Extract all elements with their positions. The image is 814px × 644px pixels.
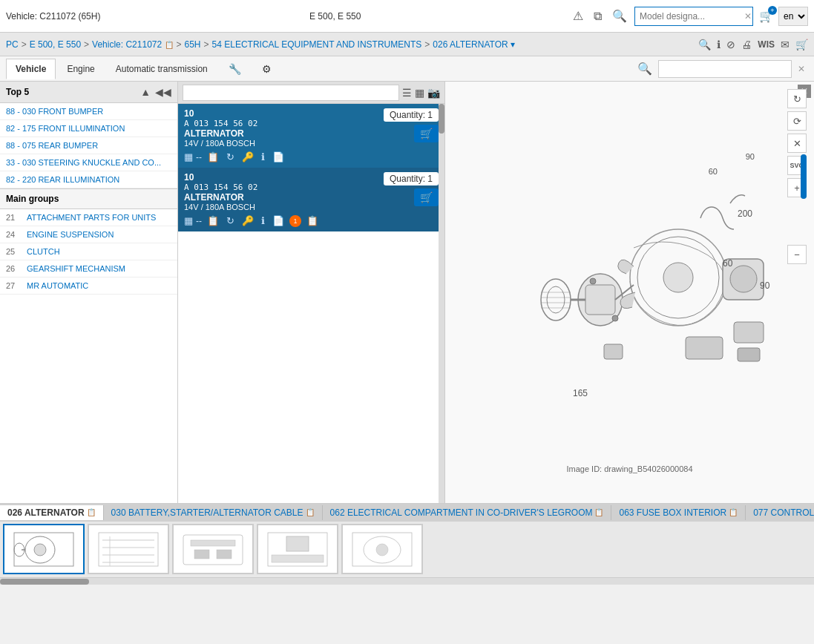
top5-item-5[interactable]: 82 - 220 REAR ILLUMINATION [0, 171, 177, 188]
top5-item-1[interactable]: 88 - 030 FRONT BUMPER [0, 103, 177, 120]
part-row-2[interactable]: 10 A 013 154 56 02 ALTERNATOR 14V / 180A… [178, 168, 444, 231]
filter-btn[interactable]: ⊘ [726, 39, 735, 50]
top-bar: Vehicle: C211072 (65H) E 500, E 550 ⚠ ⧉ … [0, 0, 814, 33]
bottom-tab-4[interactable]: 063 FUSE BOX INTERIOR 📋 [611, 505, 746, 520]
parts-search-input[interactable] [183, 85, 399, 101]
main-groups-header: Main groups [0, 188, 177, 209]
thumb-2-svg [95, 529, 162, 570]
cart-button[interactable]: 🛒 + [759, 9, 774, 23]
part-1-refresh-btn[interactable]: ↻ [224, 151, 237, 163]
part-1-doc-btn[interactable]: 📄 [270, 151, 286, 163]
parts-list-toolbar: ☰ ▦ 📷 [178, 82, 444, 104]
tab-icon1[interactable]: 🔧 [219, 58, 251, 80]
bottom-scrollbar[interactable] [0, 577, 814, 585]
group-item-21[interactable]: 21 ATTACHMENT PARTS FOR UNITS [0, 209, 177, 226]
bottom-tab-4-icon: 📋 [729, 508, 738, 516]
bottom-tab-1[interactable]: 026 ALTERNATOR 📋 [0, 505, 104, 520]
zoom-breadcrumb-btn[interactable]: 🔍 [698, 39, 711, 50]
cart-bc-btn[interactable]: 🛒 [795, 39, 808, 50]
part-2-name: ALTERNATOR [184, 192, 257, 203]
parts-grid-view-btn[interactable]: ▦ [415, 87, 424, 99]
group-item-27[interactable]: 27 MR AUTOMATIC [0, 277, 177, 295]
model-label: E 500, E 550 [106, 11, 564, 22]
part-2-extra-btn[interactable]: 📋 [304, 214, 321, 227]
thumb-1[interactable] [3, 524, 85, 574]
tab-search: 🔍 ✕ [634, 60, 808, 78]
parts-list: ☰ ▦ 📷 10 A 013 154 56 02 ALTERNATOR 14V … [178, 82, 445, 503]
part-2-notification: 1 [289, 215, 301, 227]
group-num-26: 26 [6, 264, 21, 273]
part-row-1[interactable]: 10 A 013 154 56 02 ALTERNATOR 14V / 180A… [178, 104, 444, 168]
part-2-table-btn[interactable]: 📋 [205, 214, 221, 227]
top5-item-3[interactable]: 88 - 075 REAR BUMPER [0, 137, 177, 154]
print-btn[interactable]: 🖨 [741, 39, 752, 50]
bottom-strip: 026 ALTERNATOR 📋 030 BATTERY,STARTER/ALT… [0, 503, 814, 577]
breadcrumb-model[interactable]: E 500, E 550 [30, 39, 81, 50]
parts-cam-btn[interactable]: 📷 [427, 87, 440, 99]
info-btn[interactable]: ℹ [717, 39, 721, 50]
tab-search-clear[interactable]: ✕ [795, 62, 808, 76]
part-row-2-header: 10 A 013 154 56 02 ALTERNATOR 14V / 180A… [184, 172, 439, 211]
lang-select[interactable]: en de fr [778, 7, 808, 26]
part-1-key-btn[interactable]: 🔑 [240, 151, 256, 163]
bottom-scrollbar-thumb [0, 579, 89, 585]
wis-btn[interactable]: WIS [758, 39, 775, 50]
svg-rect-36 [191, 540, 235, 546]
tab-search-input[interactable] [658, 60, 792, 78]
thumb-4[interactable] [257, 524, 338, 574]
tab-automatic[interactable]: Automatic transmission [106, 59, 217, 79]
top5-close-btn[interactable]: ◀◀ [155, 86, 171, 98]
part-2-cart-btn[interactable]: 🛒 [414, 188, 439, 206]
bottom-tab-2[interactable]: 030 BATTERY,STARTER/ALTERNATOR CABLE 📋 [104, 505, 323, 520]
breadcrumb-vehicle[interactable]: Vehicle: C211072 📋 [92, 39, 173, 50]
model-search-input[interactable] [634, 7, 753, 26]
diag-close2-btn[interactable]: ✕ [787, 134, 807, 153]
part-2-key-btn[interactable]: 🔑 [240, 214, 256, 227]
part-2-quantity: Quantity: 1 [384, 172, 439, 185]
thumb-5[interactable] [341, 524, 423, 574]
bottom-tab-3[interactable]: 062 ELECTRICAL COMPARTMENT IN CO-DRIVER'… [323, 505, 612, 520]
svg-rect-15 [686, 337, 723, 359]
part-1-cart-btn[interactable]: 🛒 [414, 125, 439, 142]
parts-list-view-btn[interactable]: ☰ [402, 87, 412, 99]
tab-icon2[interactable]: ⚙ [252, 58, 281, 80]
clear-search-btn[interactable]: ✕ [741, 10, 755, 23]
bottom-tab-3-icon: 📋 [594, 508, 603, 516]
copy-icon[interactable]: ⧉ [591, 8, 605, 24]
mail-btn[interactable]: ✉ [781, 39, 790, 50]
diagram-svg: 200 90 60 165 160 150 10 170 180 [470, 151, 790, 433]
diag-history-btn[interactable]: ⟳ [787, 111, 807, 131]
diag-rotate-btn[interactable]: ↻ [787, 89, 807, 108]
search-icon-top[interactable]: 🔍 [609, 7, 630, 24]
main-content: Top 5 ▲ ◀◀ 88 - 030 FRONT BUMPER 82 - 17… [0, 82, 814, 503]
top5-item-4[interactable]: 33 - 030 STEERING KNUCKLE AND CO... [0, 154, 177, 171]
parts-scrollbar[interactable] [439, 104, 444, 503]
part-1-table-btn[interactable]: 📋 [205, 151, 221, 163]
part-2-refresh-btn[interactable]: ↻ [224, 214, 237, 227]
warning-icon[interactable]: ⚠ [570, 7, 586, 24]
part-1-info-btn[interactable]: ℹ [259, 151, 267, 163]
left-panel: Top 5 ▲ ◀◀ 88 - 030 FRONT BUMPER 82 - 17… [0, 82, 178, 503]
part-2-info-btn[interactable]: ℹ [259, 214, 267, 227]
breadcrumb-code[interactable]: 65H [185, 39, 201, 50]
thumb-3[interactable] [172, 524, 254, 574]
tab-engine[interactable]: Engine [57, 59, 104, 79]
svg-point-6 [547, 286, 565, 313]
tab-vehicle[interactable]: Vehicle [6, 59, 56, 79]
breadcrumb-pc[interactable]: PC [6, 39, 19, 50]
part-2-doc-btn[interactable]: 📄 [270, 214, 286, 227]
thumb-2[interactable] [88, 524, 169, 574]
diag-zoom-out-btn[interactable]: − [787, 245, 807, 264]
group-item-25[interactable]: 25 CLUTCH [0, 243, 177, 260]
tab-search-icon[interactable]: 🔍 [634, 60, 655, 77]
top5-item-2[interactable]: 82 - 175 FRONT ILLUMINATION [0, 120, 177, 137]
top5-collapse-btn[interactable]: ▲ [140, 86, 151, 98]
bottom-tab-5[interactable]: 077 CONTROL M [746, 505, 814, 520]
breadcrumb-equipment[interactable]: 54 ELECTRICAL EQUIPMENT AND INSTRUMENTS [212, 39, 422, 50]
breadcrumb-alternator[interactable]: 026 ALTERNATOR ▾ [433, 39, 515, 50]
thumb-1-svg [10, 529, 77, 570]
group-item-24[interactable]: 24 ENGINE SUSPENSION [0, 226, 177, 243]
svg-rect-35 [183, 535, 243, 565]
group-item-26[interactable]: 26 GEARSHIFT MECHANISM [0, 260, 177, 277]
top5-title: Top 5 [6, 87, 29, 97]
